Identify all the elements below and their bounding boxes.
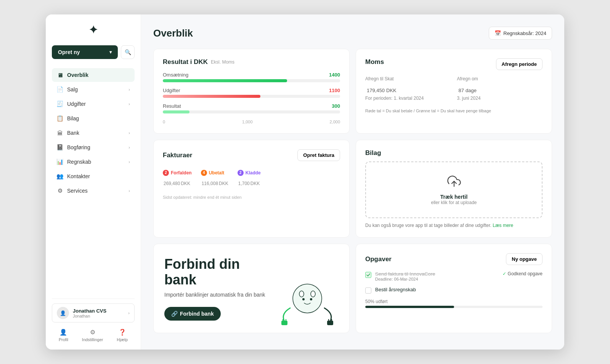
bilag-icon: 📋 xyxy=(56,115,63,122)
check-circle-icon: ✓ xyxy=(502,271,506,276)
resultat-title-text: Resultat i DKK xyxy=(163,58,208,66)
fiscal-year-button[interactable]: 📅 Regnskabsår: 2024 xyxy=(489,27,552,40)
sidebar-item-regnskab-label: Regnskab xyxy=(67,159,91,165)
sidebar-item-bilag[interactable]: 📋 Bilag xyxy=(52,112,135,125)
sidebar-item-udgifter[interactable]: 🧾 Udgifter › xyxy=(52,97,135,111)
stat-ubetalt: 4 Ubetalt 116,008DKK xyxy=(201,169,228,187)
bilag-note-link[interactable]: Læs mere xyxy=(493,223,513,228)
profil-icon: 👤 xyxy=(59,329,67,336)
bilag-title: Bilag xyxy=(365,149,543,157)
calendar-icon: 📅 xyxy=(494,30,501,36)
search-icon: 🔍 xyxy=(125,49,131,55)
sidebar-item-bilag-label: Bilag xyxy=(67,115,79,121)
task-2: Bestil årsregnskab xyxy=(365,287,543,294)
bank-illustration xyxy=(269,272,345,333)
sidebar-item-bogforing[interactable]: 📓 Bogføring › xyxy=(52,140,135,154)
forbind-link-icon: 🔗 xyxy=(171,311,178,317)
footer-hjaelp[interactable]: ❓ Hjælp xyxy=(114,327,131,343)
services-icon: ⚙ xyxy=(56,187,63,194)
salg-icon: 📄 xyxy=(56,86,63,93)
sidebar-item-services[interactable]: ⚙ Services › xyxy=(52,184,135,198)
footer-actions: 👤 Profil ⚙ Indstillinger ❓ Hjælp xyxy=(52,327,135,343)
avatar: 👤 xyxy=(57,307,69,319)
bar-udgifter-value: 1100 xyxy=(329,88,340,93)
kladde-badge: 2 Kladde xyxy=(238,170,261,176)
footer-indstillinger[interactable]: ⚙ Indstillinger xyxy=(79,327,106,343)
bar-udgifter-fill xyxy=(163,95,260,98)
upload-main-text: Træk hertil xyxy=(375,194,533,200)
user-sub: Jonathan xyxy=(73,314,124,318)
footer-profil[interactable]: 👤 Profil xyxy=(56,327,71,343)
udgifter-icon: 🧾 xyxy=(56,101,63,107)
sidebar: ✦ Opret ny ▾ 🔍 🖥 Overblik 📄 Salg › 🧾 xyxy=(46,14,141,350)
faktura-last-updated: Sidst opdateret: mindre end ét minut sid… xyxy=(163,195,340,200)
kladde-dot: 2 xyxy=(238,170,244,176)
top-grid: Resultat i DKK Eksl. Moms Omsætning 1400 xyxy=(153,49,552,134)
kladde-count: 2 xyxy=(239,171,242,175)
forfalden-unit: DKK xyxy=(181,181,190,186)
sidebar-item-overblik[interactable]: 🖥 Overblik xyxy=(52,68,135,82)
moms-col2: Afregn om 87dage 3. juni 2024 xyxy=(457,76,543,101)
create-btn-row: Opret ny ▾ 🔍 xyxy=(52,45,135,59)
moms-col1-sub: For perioden: 1. kvartal 2024 xyxy=(365,96,451,101)
moms-col2-amount: 87dage xyxy=(457,83,543,95)
ubetalt-amount-value: 116,008 xyxy=(202,181,218,186)
sidebar-item-udgifter-label: Udgifter xyxy=(67,101,86,107)
sidebar-item-bank[interactable]: 🏛 Bank › xyxy=(52,126,135,140)
bar-udgifter-track xyxy=(163,95,340,98)
task-2-checkbox[interactable] xyxy=(365,287,371,294)
regnskab-chevron-icon: › xyxy=(128,160,130,164)
upload-cloud-icon xyxy=(375,174,533,191)
salg-chevron-icon: › xyxy=(128,87,130,92)
task-1-text: Send faktura til InnovaCore xyxy=(375,271,435,277)
sidebar-item-kontakter[interactable]: 👥 Kontakter xyxy=(52,169,135,183)
task-2-text: Bestil årsregnskab xyxy=(375,287,416,292)
kladde-label: Kladde xyxy=(246,170,261,176)
kontakter-icon: 👥 xyxy=(56,173,63,180)
task-2-content: Bestil årsregnskab xyxy=(375,287,416,292)
bar-omsaetning-value: 1400 xyxy=(329,72,340,78)
moms-card: Moms Afregn periode Afregn til Skat 179,… xyxy=(356,49,552,134)
moms-days-unit: dage xyxy=(466,88,477,93)
svg-point-3 xyxy=(311,291,315,297)
sidebar-item-salg[interactable]: 📄 Salg › xyxy=(52,83,135,96)
search-button[interactable]: 🔍 xyxy=(121,45,135,59)
task-1: Send faktura til InnovaCore Deadline: 06… xyxy=(365,271,543,281)
user-chevron-icon: › xyxy=(128,311,130,315)
opret-faktura-button[interactable]: Opret faktura xyxy=(297,149,340,161)
user-card[interactable]: 👤 Jonathan CVS Jonathan › xyxy=(52,303,135,322)
moms-data-grid: Afregn til Skat 179,450DKK For perioden:… xyxy=(365,76,543,101)
chart-axis: 0 1,000 2,000 xyxy=(163,120,340,124)
task-1-deadline: Deadline: 06-Mar-2024 xyxy=(375,277,435,281)
create-new-button[interactable]: Opret ny ▾ xyxy=(52,45,118,59)
moms-col2-sub: 3. juni 2024 xyxy=(457,96,543,101)
afregn-periode-button[interactable]: Afregn periode xyxy=(496,58,543,70)
bank-chevron-icon: › xyxy=(128,131,130,135)
bar-omsaetning-label: Omsætning xyxy=(163,72,188,78)
sidebar-item-regnskab[interactable]: 📊 Regnskab › xyxy=(52,155,135,169)
upload-area[interactable]: Træk hertil eller klik for at uploade xyxy=(365,161,543,218)
task-1-checkbox[interactable] xyxy=(365,272,371,278)
axis-0: 0 xyxy=(163,120,165,124)
bank-card: Forbind din bank Importér banklinjer aut… xyxy=(153,244,350,333)
ny-opgave-button[interactable]: Ny opgave xyxy=(506,253,543,265)
task-1-action[interactable]: ✓ Godkend opgave xyxy=(502,271,543,276)
bottom-grid: Forbind din bank Importér banklinjer aut… xyxy=(153,244,552,333)
stat-forfalden: 2 Forfalden 269,480DKK xyxy=(163,169,192,187)
svg-point-5 xyxy=(310,298,312,300)
bar-resultat-fill xyxy=(163,110,189,113)
moms-title: Moms xyxy=(365,58,384,66)
sidebar-item-kontakter-label: Kontakter xyxy=(67,173,90,179)
forbind-bank-button[interactable]: 🔗 Forbind bank xyxy=(164,307,221,321)
opgaver-header: Opgaver Ny opgave xyxy=(365,253,543,265)
bar-udgifter-label: Udgifter xyxy=(163,88,180,93)
forfalden-badge: 2 Forfalden xyxy=(163,170,192,176)
bilag-note: Du kan også bruge vore app til at tage b… xyxy=(365,223,543,228)
moms-note: Røde tal = Du skal betale / Grønne tal =… xyxy=(365,109,543,113)
user-info: Jonathan CVS Jonathan xyxy=(73,308,124,318)
task-1-action-label: Godkend opgave xyxy=(508,271,543,276)
stat-kladde: 2 Kladde 1,700DKK xyxy=(238,169,261,187)
services-chevron-icon: › xyxy=(128,188,130,193)
fakturaer-title: Fakturaer xyxy=(163,152,192,159)
forfalden-amount-value: 269,480 xyxy=(164,181,180,186)
